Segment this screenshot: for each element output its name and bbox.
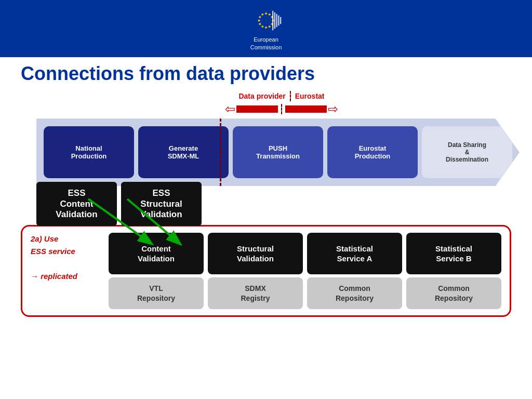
ess-structural-validation-box: ESSStructuralValidation [121, 182, 202, 226]
main-content: Connections from data providers Data pro… [0, 57, 532, 322]
bottom-section: 2a) Use ESS service → replicated Content… [21, 225, 511, 316]
svg-rect-17 [280, 17, 281, 24]
flow-box-eurostat-production: Eurostat Production [327, 126, 418, 178]
common-repository-b: CommonRepository [406, 277, 501, 309]
content-validation-top: ContentValidation [109, 233, 204, 274]
page-title: Connections from data providers [21, 62, 511, 85]
ess-content-validation-box: ESSContentValidation [36, 182, 117, 226]
flow-box-data-sharing: Data Sharing & Dissemination [422, 126, 512, 178]
bottom-col-structural-validation: StructuralValidation SDMXRegistry [208, 233, 303, 309]
structural-validation-top: StructuralValidation [208, 233, 303, 274]
flow-box-national-production: National Production [44, 126, 134, 178]
label-data-provider: Data provider [238, 92, 285, 100]
flow-section: Data provider Eurostat ⇦ ⇨ [21, 91, 511, 226]
dashed-separator [220, 118, 221, 186]
header-bar: European Commission [0, 0, 532, 57]
eu-logo: European Commission [250, 6, 282, 51]
eu-stars-icon [250, 6, 282, 35]
bottom-col-content-validation: ContentValidation VTLRepository [109, 233, 204, 309]
label-eurostat: Eurostat [295, 92, 325, 100]
statistical-service-a-top: StatisticalService A [307, 233, 402, 274]
flow-box-generate-sdmx: Generate SDMX-ML [138, 126, 229, 178]
sdmx-registry: SDMXRegistry [208, 277, 303, 309]
left-arrow-icon: ⇦ [225, 103, 235, 115]
right-arrow-icon: ⇨ [328, 103, 338, 115]
eu-label: European Commission [250, 36, 282, 51]
statistical-service-b-top: StatisticalService B [406, 233, 501, 274]
svg-rect-13 [272, 11, 273, 31]
svg-rect-15 [276, 14, 277, 28]
common-repository-a: CommonRepository [307, 277, 402, 309]
svg-rect-16 [278, 16, 279, 26]
bottom-col-statistical-service-b: StatisticalService B CommonRepository [406, 233, 501, 309]
vtl-repository: VTLRepository [109, 277, 204, 309]
bottom-label: 2a) Use ESS service → replicated [31, 233, 103, 283]
bottom-boxes: ContentValidation VTLRepository Structur… [109, 233, 501, 309]
svg-rect-14 [274, 12, 275, 29]
flow-box-push-transmission: PUSH Transmission [233, 126, 323, 178]
flow-arrow: National Production Generate SDMX-ML PUS… [36, 118, 520, 186]
bottom-col-statistical-service-a: StatisticalService A CommonRepository [307, 233, 402, 309]
